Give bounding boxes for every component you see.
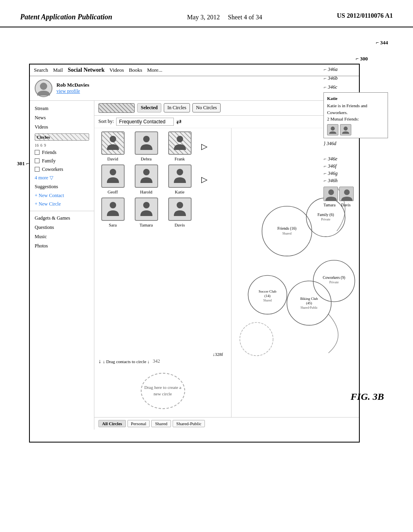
thumb-davis: [339, 187, 354, 201]
katie-info-text: Katie is in Friends and Coworkers.: [327, 102, 384, 116]
thumb-tamara-name: Tamara: [323, 202, 336, 208]
annotation-panel: ⌐ 346a ⌐ 346b ⌐ 346c Katie Katie is in F…: [323, 66, 396, 208]
sort-dropdown[interactable]: Frequently Contacted: [116, 118, 174, 126]
soccer-circle-label: Soccer Club: [259, 289, 276, 293]
nav-more[interactable]: More...: [147, 67, 163, 73]
music-item[interactable]: Music: [30, 232, 94, 241]
family-label: Family: [42, 158, 56, 164]
contact-name-geoff: Geoff: [108, 189, 118, 194]
more-link[interactable]: 4 more ▽: [30, 174, 94, 182]
bottom-tabs: All Circles Personal Shared Shared-Publi…: [94, 417, 359, 430]
annotation-346a: ⌐ 346a: [323, 66, 396, 73]
family-checkbox[interactable]: [35, 158, 40, 163]
questions-item[interactable]: Questions: [30, 223, 94, 232]
friends-checkbox[interactable]: [35, 150, 40, 155]
mutual-friends-text: 2 Mutual Friends:: [327, 116, 384, 123]
nav-videos[interactable]: Videos: [109, 67, 124, 73]
patent-number: US 2012/0110076 A1: [337, 12, 393, 19]
ref-346g-label: ⌐ 346g: [323, 170, 396, 177]
contact-name-debra: Debra: [141, 156, 152, 161]
contacts-column: David Debra: [94, 128, 232, 417]
contact-harold[interactable]: Harold: [131, 164, 161, 194]
drag-create-svg-circle[interactable]: [240, 322, 273, 355]
tab-all-circles[interactable]: All Circles: [98, 420, 126, 427]
sidebar-stream[interactable]: Stream: [30, 104, 94, 113]
contact-name-davis: Davis: [175, 222, 185, 227]
nav-social[interactable]: Social Network: [68, 67, 104, 73]
contact-katie[interactable]: Katie: [165, 164, 195, 194]
ref-344-label: ⌐ 344: [376, 39, 388, 46]
circles-label: Circles: [35, 133, 89, 141]
ref-346e-label: ⌐ 346e: [323, 155, 396, 162]
drag-instruction-text: Drag here to create a new circle: [142, 384, 184, 397]
svg-point-12: [328, 189, 334, 195]
mutual-avatar-2: [340, 124, 351, 135]
coworkers-checkbox[interactable]: [35, 167, 40, 172]
drag-instruction-area: Drag here to create a new circle: [141, 373, 185, 409]
coworkers-label: Coworkers: [42, 166, 63, 172]
page-content: ⌐ 344 ⌐ 300 301 ⌐ Search Mail Social Net…: [0, 27, 413, 422]
svg-point-7: [110, 202, 116, 208]
ref-346h-label: ⌐ 346h: [323, 177, 396, 184]
page-header: Patent Application Publication May 3, 20…: [0, 0, 413, 27]
coworkers-circle-sub: Private: [330, 280, 339, 284]
contact-geoff[interactable]: Geoff: [98, 164, 128, 194]
contact-david[interactable]: David: [98, 131, 128, 161]
content-area: Selected In Circles No Circles Sort by: …: [94, 101, 359, 430]
contact-name-david: David: [107, 156, 118, 161]
svg-point-6: [177, 169, 183, 175]
contact-tamara[interactable]: Tamara: [131, 197, 161, 227]
contact-name-sara: Sara: [109, 222, 117, 227]
sort-label: Sort by:: [98, 118, 114, 125]
contact-debra[interactable]: Debra: [131, 131, 161, 161]
new-circle-link[interactable]: + New Circle: [30, 200, 94, 208]
view-profile-link[interactable]: view profile: [56, 88, 89, 94]
contact-sara[interactable]: Sara: [98, 197, 128, 227]
sidebar-coworkers[interactable]: Coworkers: [30, 165, 94, 174]
sidebar-family[interactable]: Family: [30, 157, 94, 165]
coworkers-circle-label: Coworkers (9): [323, 275, 345, 280]
thumb-davis-name: Davis: [341, 202, 350, 208]
friends-circle[interactable]: [262, 206, 312, 256]
sidebar-counts: 16 6 9: [30, 142, 94, 148]
nav-mail[interactable]: Mail: [53, 67, 63, 73]
biking-circle-sub: Shared-Public: [300, 305, 318, 309]
friends-circle-sub: Shared: [282, 231, 292, 235]
sort-bar: Sort by: Frequently Contacted ⇄: [94, 116, 359, 128]
figure-label: FIG. 3B: [350, 391, 384, 402]
svg-point-2: [143, 136, 150, 142]
contact-frank[interactable]: Frank: [165, 131, 195, 161]
user-name: Rob McDavies: [56, 82, 89, 88]
tab-personal[interactable]: Personal: [127, 420, 150, 427]
sidebar-news[interactable]: News: [30, 113, 94, 123]
nav-search[interactable]: Search: [34, 67, 48, 73]
tab-no-circles[interactable]: No Circles: [192, 103, 221, 112]
gadgets-item[interactable]: Gadgets & Games: [30, 214, 94, 223]
drag-create-circle[interactable]: Drag here to create a new circle: [141, 373, 185, 409]
svg-point-10: [331, 127, 335, 131]
tab-shared[interactable]: Shared: [151, 420, 171, 427]
sidebar-divider-1: [30, 211, 94, 211]
sidebar: Stream News Videos Circles 16 6 9: [30, 101, 94, 430]
nav-books[interactable]: Books: [129, 67, 142, 73]
sort-dropdown-wrapper: Frequently Contacted: [116, 118, 174, 126]
suggestions-item[interactable]: Suggestions: [30, 182, 94, 191]
svg-point-1: [110, 136, 116, 142]
tab-in-circles[interactable]: In Circles: [164, 103, 190, 112]
all-people-icon[interactable]: [98, 103, 135, 113]
contact-davis[interactable]: Davis: [165, 197, 195, 227]
friends-label: Friends: [42, 150, 56, 156]
katie-info-box: Katie Katie is in Friends and Coworkers.…: [323, 92, 388, 138]
family-circle-label: Family (6): [317, 212, 334, 217]
svg-point-3: [177, 136, 183, 142]
ref-346c-label: ⌐ 346c: [323, 83, 337, 91]
photos-item[interactable]: Photos: [30, 241, 94, 251]
tab-selected[interactable]: Selected: [137, 103, 161, 112]
ref-346b-label: ⌐ 346b: [323, 75, 338, 82]
sidebar-videos[interactable]: Videos: [30, 123, 94, 132]
thumb-names: Tamara Davis: [323, 202, 396, 208]
new-contact-link[interactable]: + New Contact: [30, 191, 94, 200]
sidebar-friends[interactable]: Friends: [30, 148, 94, 157]
tab-shared-public[interactable]: Shared-Public: [173, 420, 205, 427]
drag-contacts-label: ↓ ↓ Drag contacts to circle ↓ 342: [98, 358, 160, 365]
